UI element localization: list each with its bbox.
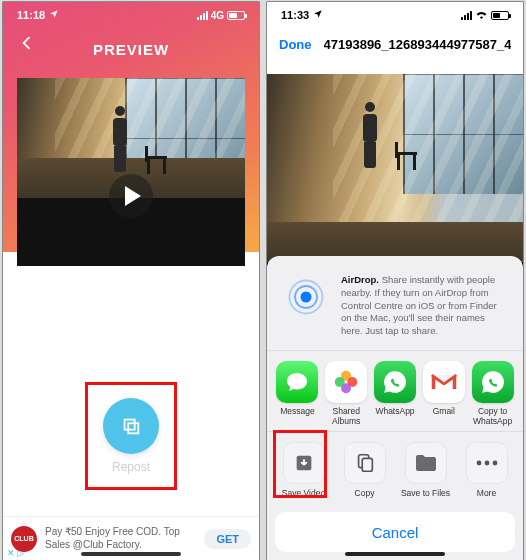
battery-icon (227, 11, 245, 20)
battery-icon (491, 11, 509, 20)
action-label: Save Video (282, 488, 325, 498)
ad-copy: Pay ₹50 Enjoy Free COD. Top Sales @Club … (45, 526, 196, 551)
airdrop-text: AirDrop. Share instantly with people nea… (341, 274, 507, 338)
video-frame (267, 74, 523, 262)
status-bar: 11:33 (267, 2, 523, 28)
action-label: More (477, 488, 496, 498)
airdrop-icon (283, 274, 329, 320)
app-label: Copy to WhatsApp (468, 407, 517, 427)
svg-point-8 (335, 377, 345, 387)
svg-rect-0 (125, 420, 135, 430)
share-actions-row: Save Video Copy Save to Files More (267, 432, 523, 506)
svg-point-12 (476, 461, 481, 466)
location-icon (49, 9, 59, 21)
play-button[interactable] (109, 174, 153, 218)
repost-button[interactable] (103, 398, 159, 454)
save-video-icon (283, 442, 325, 484)
airdrop-row[interactable]: AirDrop. Share instantly with people nea… (267, 266, 523, 351)
app-label: Gmail (433, 407, 455, 427)
share-app-whatsapp[interactable]: WhatsApp (371, 361, 420, 427)
copy-icon (344, 442, 386, 484)
repost-label: Repost (89, 460, 173, 474)
app-label: Message (280, 407, 315, 427)
svg-point-2 (301, 291, 312, 302)
phone-left-preview: 11:18 4G PREVIEW (2, 1, 260, 560)
app-label: Shared Albums (322, 407, 371, 427)
share-sheet: AirDrop. Share instantly with people nea… (267, 256, 523, 560)
status-time: 11:18 (17, 9, 45, 21)
network-label: 4G (211, 10, 224, 21)
share-app-gmail[interactable]: Gmail (419, 361, 468, 427)
message-icon (276, 361, 318, 403)
svg-rect-11 (362, 458, 372, 471)
location-icon (313, 9, 323, 21)
home-indicator[interactable] (345, 552, 445, 556)
action-label: Save to Files (401, 488, 450, 498)
whatsapp-icon (374, 361, 416, 403)
cancel-button[interactable]: Cancel (275, 512, 515, 552)
action-more[interactable]: More (456, 442, 517, 498)
action-save-to-files[interactable]: Save to Files (395, 442, 456, 498)
repost-icon (120, 415, 142, 437)
share-apps-row: Message Shared Albums WhatsApp Gmail Cop… (267, 351, 523, 432)
video-preview[interactable] (17, 78, 245, 266)
viewer-header: Done 47193896_126893444977587_432656... (267, 32, 523, 56)
gmail-icon (423, 361, 465, 403)
header: PREVIEW (3, 32, 259, 66)
file-name: 47193896_126893444977587_432656... (324, 37, 512, 52)
action-save-video[interactable]: Save Video (273, 442, 334, 498)
share-app-shared-albums[interactable]: Shared Albums (322, 361, 371, 427)
svg-point-13 (484, 461, 489, 466)
status-bar: 11:18 4G (3, 2, 259, 28)
signal-icon (197, 11, 208, 20)
back-button[interactable] (13, 29, 41, 57)
whatsapp-icon (472, 361, 514, 403)
action-label: Copy (355, 488, 375, 498)
action-copy[interactable]: Copy (334, 442, 395, 498)
ad-cta-button[interactable]: GET (204, 529, 251, 549)
home-indicator[interactable] (81, 552, 181, 556)
page-title: PREVIEW (93, 41, 169, 58)
svg-rect-1 (128, 423, 138, 433)
wifi-icon (475, 9, 488, 21)
signal-icon (461, 11, 472, 20)
svg-point-14 (492, 461, 497, 466)
share-app-copy-whatsapp[interactable]: Copy to WhatsApp (468, 361, 517, 427)
status-time: 11:33 (281, 9, 309, 21)
photos-icon (325, 361, 367, 403)
done-button[interactable]: Done (279, 37, 312, 52)
play-icon (125, 186, 141, 206)
folder-icon (405, 442, 447, 484)
share-app-message[interactable]: Message (273, 361, 322, 427)
more-icon (466, 442, 508, 484)
phone-right-share: 11:33 Done 47193896_126893444977587_4326… (266, 1, 524, 560)
app-label: WhatsApp (375, 407, 414, 427)
ad-info[interactable]: ✕▷ (7, 548, 24, 558)
